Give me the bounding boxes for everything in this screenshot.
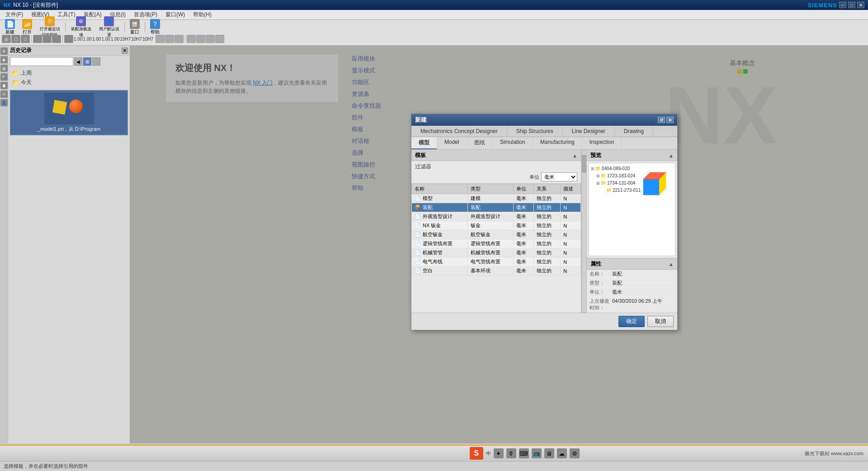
tb2-sep1 — [31, 35, 32, 43]
tree-expand-1[interactable]: ⊞ — [591, 166, 594, 172]
taskbar-icon2[interactable]: 🎙 — [506, 448, 516, 458]
tree-expand-2[interactable]: ⊞ — [596, 173, 600, 179]
filter-row: 单位 毫米 英寸 英尺 — [415, 172, 577, 181]
dialog-tab-manufacturing[interactable]: Manufacturing — [533, 137, 582, 149]
dialog-tab-model-cn[interactable]: 模型 — [411, 137, 437, 149]
open-recent-icon: ⏱ — [45, 16, 55, 26]
toolbar3-icon5[interactable] — [196, 35, 205, 43]
toolbar2-icon1[interactable]: ◎ — [2, 35, 11, 43]
col-header-name[interactable]: 名称 — [412, 184, 468, 194]
table-cell-relation: 独立的 — [534, 266, 561, 276]
toolbar3-icon2[interactable] — [165, 35, 174, 43]
dialog-tab-ship[interactable]: Ship Structures — [507, 126, 563, 137]
side-icon-1[interactable]: ⚙ — [0, 48, 8, 55]
sphere-shape — [69, 100, 83, 113]
table-cell-relation: 独立的 — [534, 230, 561, 239]
menu-window[interactable]: 窗口(W) — [162, 10, 189, 19]
window-label: 窗口 — [130, 29, 139, 35]
dialog-close-btn[interactable]: ✕ — [666, 117, 674, 123]
dialog-reset-btn[interactable]: ↺ — [658, 117, 665, 123]
history-back-btn[interactable]: ◀ — [74, 57, 82, 66]
taskbar-icon5[interactable]: 🖥 — [544, 448, 554, 458]
template-collapse-btn[interactable]: ▲ — [572, 153, 577, 158]
dialog-tab-line[interactable]: Line Designer — [563, 126, 615, 137]
dialog-tab-mechatronics[interactable]: Mechatronics Concept Designer — [411, 126, 507, 137]
side-icon-7[interactable]: 👤 — [0, 99, 8, 106]
vertical-scrollbar[interactable] — [581, 150, 587, 313]
filter-area: 过滤器 单位 毫米 英寸 英尺 — [411, 161, 581, 184]
toolbar2-icon2[interactable]: ⬡ — [11, 35, 20, 43]
window-button[interactable]: 🪟 窗口 — [127, 18, 143, 37]
dialog-tab-drawing[interactable]: Drawing — [615, 126, 653, 137]
thumbnail-card[interactable]: _model1.prt，从 D:\Program — [10, 90, 128, 135]
table-row[interactable]: 📦装配装配毫米独立的N — [412, 203, 581, 212]
table-cell-relation: 独立的 — [534, 221, 561, 230]
table-row[interactable]: 📄电气布线电气管线布置毫米独立的N — [412, 257, 581, 266]
side-icon-6[interactable]: ⏱ — [0, 90, 8, 98]
toolbar2-icon5[interactable] — [42, 35, 52, 43]
table-row[interactable]: 📄逻辑管线布置逻辑管线布置毫米独立的N — [412, 239, 581, 248]
table-cell-desc: N — [561, 239, 581, 248]
toolbar3-icon6[interactable] — [206, 35, 215, 43]
template-section-header: 模板 ▲ — [411, 150, 581, 161]
menu-help[interactable]: 帮助(H) — [189, 10, 215, 19]
table-row[interactable]: 📄模型建模毫米独立的N — [412, 194, 581, 203]
template-section-label: 模板 — [415, 152, 426, 159]
toolbar3-icon3[interactable] — [175, 35, 184, 43]
close-button[interactable]: ✕ — [857, 2, 864, 8]
history-folder-lastweek[interactable]: 📁 上周 — [10, 68, 128, 78]
history-grid-btn[interactable]: ⊞ — [83, 57, 91, 66]
minimize-button[interactable]: ─ — [839, 2, 846, 8]
dialog-tab-model-en[interactable]: Model — [437, 137, 467, 149]
col-header-relation[interactable]: 关系 — [534, 184, 561, 194]
col-header-type[interactable]: 类型 — [468, 184, 514, 194]
tree-expand-3[interactable]: ⊞ — [596, 180, 600, 186]
toolbar2-icon4[interactable] — [33, 35, 42, 43]
taskbar-icon3[interactable]: ⌨ — [519, 448, 529, 458]
maximize-button[interactable]: □ — [848, 2, 855, 8]
table-row[interactable]: 📄机械管管机械管线布置毫米独立的N — [412, 248, 581, 257]
side-icon-3[interactable]: ▤ — [0, 65, 8, 72]
table-row[interactable]: 📄航空钣金航空钣金毫米独立的N — [412, 230, 581, 239]
cancel-button[interactable]: 取消 — [647, 316, 674, 327]
toolbar2-icon6[interactable] — [52, 35, 61, 43]
table-row[interactable]: 📄NX 钣金钣金毫米独立的N — [412, 221, 581, 230]
prop-modified-row: 上次修改时间： 04/30/2010 06:29 上午 — [587, 297, 677, 313]
side-icon-4[interactable]: 🔍 — [0, 73, 8, 81]
unit-select[interactable]: 毫米 英寸 英尺 — [541, 172, 577, 181]
col-header-desc[interactable]: 描述 — [561, 184, 581, 194]
toolbar2-icon7[interactable] — [64, 35, 73, 43]
props-collapse-btn[interactable]: ▲ — [669, 262, 674, 267]
dialog-tab-drawing-cn[interactable]: 图纸 — [467, 137, 493, 149]
help-button[interactable]: ? 帮助 — [147, 18, 163, 37]
table-row[interactable]: 📄空白基本环境毫米独立的N — [412, 266, 581, 276]
preview-collapse-btn[interactable]: ▲ — [669, 153, 674, 158]
table-cell-unit: 毫米 — [514, 212, 534, 221]
table-row[interactable]: 📄外观造型设计外观造型设计毫米独立的N — [412, 212, 581, 221]
toolbar2-icon3[interactable]: □ — [21, 35, 30, 43]
taskbar-s-icon[interactable]: S — [470, 447, 483, 460]
toolbar3-icon7[interactable] — [215, 35, 224, 43]
properties-label: 属性 — [590, 260, 601, 268]
toolbar3-icon4[interactable] — [187, 35, 196, 43]
toolbar3-icon1[interactable] — [156, 35, 165, 43]
confirm-button[interactable]: 确定 — [618, 316, 645, 327]
scrollbar-thumb[interactable] — [582, 155, 586, 173]
side-icon-5[interactable]: 📋 — [0, 82, 8, 89]
dialog-tab-simulation[interactable]: Simulation — [493, 137, 533, 149]
history-close-btn[interactable]: ✕ — [122, 48, 128, 54]
history-settings-btn[interactable] — [92, 57, 100, 66]
taskbar-icon4[interactable]: 📺 — [532, 448, 542, 458]
history-folder-today[interactable]: 📁 今天 — [10, 78, 128, 87]
taskbar-icon6[interactable]: ☁ — [557, 448, 567, 458]
new-dialog: 新建 ↺ ✕ Mechatronics Concept Designer Shi… — [411, 114, 678, 330]
taskbar-icon1[interactable]: ✦ — [494, 448, 504, 458]
dialog-tab-inspection[interactable]: Inspection — [582, 137, 622, 149]
open-button[interactable]: 📂 打开 — [19, 18, 35, 37]
new-button[interactable]: 📄 新建 — [2, 18, 18, 37]
col-header-unit[interactable]: 单位 — [514, 184, 534, 194]
taskbar-icon7[interactable]: ⚙ — [570, 448, 580, 458]
side-icon-2[interactable]: ◉ — [0, 56, 8, 63]
history-search-input[interactable] — [10, 57, 73, 66]
tree-node-1: ⊞ 📁 0404-089-020 — [591, 165, 641, 172]
